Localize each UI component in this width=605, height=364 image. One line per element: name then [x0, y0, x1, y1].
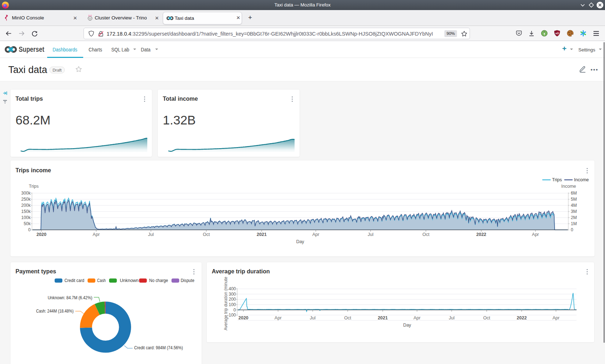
svg-text:Apr: Apr: [413, 315, 420, 320]
svg-text:2022: 2022: [476, 232, 486, 237]
svg-text:0: 0: [233, 308, 236, 313]
svg-text:Cash: Cash: [97, 278, 106, 283]
svg-text:Apr: Apr: [93, 232, 99, 237]
svg-text:Trips: Trips: [29, 184, 39, 189]
svg-text:Day: Day: [296, 239, 304, 244]
svg-text:Apr: Apr: [532, 232, 539, 237]
svg-text:Oct: Oct: [483, 315, 490, 320]
svg-text:300: 300: [229, 292, 236, 297]
svg-text:Dispute: Dispute: [181, 278, 194, 283]
svg-text:No charge: No charge: [149, 278, 168, 283]
svg-text:5M: 5M: [571, 197, 577, 202]
svg-text:4M: 4M: [571, 203, 577, 208]
svg-text:0: 0: [571, 227, 573, 232]
svg-text:Jul: Jul: [148, 232, 154, 237]
svg-text:200k: 200k: [21, 203, 31, 208]
svg-text:Oct: Oct: [422, 232, 430, 237]
svg-text:2022: 2022: [517, 315, 527, 320]
svg-text:Income: Income: [574, 177, 589, 182]
svg-text:250k: 250k: [21, 197, 31, 202]
svg-text:-100: -100: [227, 313, 236, 318]
svg-text:Oct: Oct: [344, 315, 351, 320]
svg-text:100: 100: [229, 302, 236, 307]
svg-text:Apr: Apr: [312, 232, 319, 237]
svg-text:Trips: Trips: [552, 177, 562, 182]
svg-text:2020: 2020: [238, 315, 248, 320]
svg-text:Unknown: 84.7M (6.42%): Unknown: 84.7M (6.42%): [48, 295, 92, 300]
svg-text:2020: 2020: [36, 232, 46, 237]
svg-text:0: 0: [28, 227, 31, 232]
svg-text:Income: Income: [561, 184, 576, 189]
svg-text:150k: 150k: [21, 209, 31, 214]
svg-text:Credit card: 984M (74.56%): Credit card: 984M (74.56%): [134, 345, 183, 350]
svg-text:Day: Day: [403, 323, 411, 328]
svg-text:2M: 2M: [571, 215, 577, 220]
svg-text:300k: 300k: [21, 191, 31, 196]
svg-text:Average trip duration (minute: Average trip duration (minute: [223, 277, 228, 330]
svg-text:Jul: Jul: [449, 315, 454, 320]
svg-text:100k: 100k: [21, 215, 31, 220]
svg-text:400: 400: [229, 286, 236, 291]
svg-text:Apr: Apr: [552, 315, 559, 320]
svg-text:2021: 2021: [257, 232, 267, 237]
svg-text:Oct: Oct: [203, 232, 210, 237]
svg-text:Cash: 244M (18.48%): Cash: 244M (18.48%): [36, 309, 73, 314]
svg-text:2021: 2021: [378, 315, 388, 320]
svg-text:Credit card: Credit card: [64, 278, 84, 283]
svg-text:Jul: Jul: [310, 315, 315, 320]
svg-text:Jul: Jul: [368, 232, 373, 237]
svg-text:200: 200: [229, 297, 236, 302]
svg-text:uO: uO: [555, 32, 559, 35]
svg-text:Apr: Apr: [274, 315, 281, 320]
svg-text:Unknown: Unknown: [120, 278, 139, 283]
svg-text:6M: 6M: [571, 191, 577, 196]
svg-text:1M: 1M: [571, 221, 577, 226]
svg-text:3M: 3M: [571, 209, 577, 214]
svg-text:50k: 50k: [24, 221, 31, 226]
